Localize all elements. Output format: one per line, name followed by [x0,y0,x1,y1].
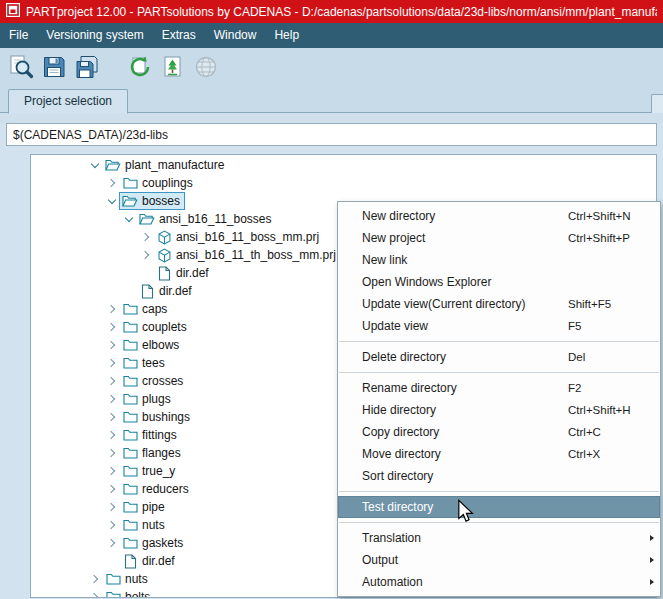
update-tree-button[interactable] [158,52,188,82]
tree-item-body[interactable]: reducers [119,480,194,498]
menu-item-label: New directory [362,209,568,223]
tab-overflow[interactable] [651,94,663,113]
tree-item-label: tees [142,356,165,370]
menu-item-new-project[interactable]: New projectCtrl+Shift+P [338,227,660,249]
menu-item-update-view[interactable]: Update viewF5 [338,315,660,337]
tree-item-body[interactable]: elbows [119,336,184,354]
menubar-item-extras[interactable]: Extras [153,23,205,48]
titlebar: PARTproject 12.00 - PARTsolutions by CAD… [0,0,663,23]
tree-item-body[interactable]: fittings [119,426,182,444]
tree-item-body[interactable]: nuts [102,570,153,588]
menu-item-translation[interactable]: Translation [338,527,660,549]
tree-item-label: caps [142,302,167,316]
chevron-right-icon[interactable] [87,589,102,598]
tree-item-body[interactable]: dir.def [136,282,197,300]
document-icon [155,265,173,281]
chevron-right-icon[interactable] [104,445,119,461]
chevron-right-icon[interactable] [104,517,119,533]
tree-item-body[interactable]: caps [119,300,172,318]
menu-item-new-directory[interactable]: New directoryCtrl+Shift+N [338,205,660,227]
chevron-right-icon[interactable] [104,463,119,479]
toolbar-gap [105,52,125,82]
menu-item-test-directory[interactable]: Test directory [338,496,660,518]
menu-item-shortcut: Shift+F5 [568,298,646,310]
folder-icon [121,427,139,443]
update-project-button[interactable] [125,52,155,82]
tree-item-label: crosses [142,374,183,388]
menu-separator [339,341,659,342]
tree-item-couplings[interactable]: couplings [31,174,656,192]
menu-item-sort-directory[interactable]: Sort directory [338,465,660,487]
web-catalog-button[interactable] [191,52,221,82]
folder-open-icon [121,193,139,209]
folder-icon [121,517,139,533]
tree-item-body[interactable]: plant_manufacture [102,156,229,174]
menu-item-delete-directory[interactable]: Delete directoryDel [338,346,660,368]
tree-item-plant-manufacture[interactable]: plant_manufacture [31,156,656,174]
folder-open-icon [104,157,122,173]
tree-item-body[interactable]: tees [119,354,170,372]
tree-item-label: ansi_b16_11_bosses [159,212,272,226]
tree-item-body[interactable]: bolts [102,588,155,598]
chevron-right-icon[interactable] [104,427,119,443]
tree-item-body[interactable]: bushings [119,408,195,426]
tree-item-body[interactable]: crosses [119,372,188,390]
tree-item-body[interactable]: pipe [119,498,170,516]
tree-item-label: bosses [142,194,180,208]
tree-item-body[interactable]: couplings [119,174,198,192]
chevron-right-icon[interactable] [104,499,119,515]
menu-item-hide-directory[interactable]: Hide directoryCtrl+Shift+H [338,399,660,421]
chevron-right-icon[interactable] [104,301,119,317]
chevron-right-icon[interactable] [104,337,119,353]
folder-open-icon [138,211,156,227]
menu-item-move-directory[interactable]: Move directoryCtrl+X [338,443,660,465]
tree-item-body[interactable]: nuts [119,516,170,534]
menu-item-copy-directory[interactable]: Copy directoryCtrl+C [338,421,660,443]
chevron-right-icon[interactable] [104,319,119,335]
menu-item-update-view-current-directory[interactable]: Update view(Current directory)Shift+F5 [338,293,660,315]
menu-item-label: New link [362,253,568,267]
menu-item-new-link[interactable]: New link [338,249,660,271]
path-input[interactable] [6,123,657,146]
chevron-spacer [104,553,119,569]
tree-item-body[interactable]: dir.def [119,552,180,570]
tree-item-body[interactable]: dir.def [153,264,214,282]
chevron-right-icon[interactable] [138,247,153,263]
tree-item-body[interactable]: couplets [119,318,192,336]
chevron-right-icon[interactable] [104,535,119,551]
tree-item-body[interactable]: bosses [119,192,185,210]
chevron-right-icon[interactable] [104,391,119,407]
chevron-down-icon[interactable] [121,211,136,227]
menubar-item-file[interactable]: File [0,23,37,48]
chevron-right-icon[interactable] [104,373,119,389]
search-button[interactable] [6,52,36,82]
save-all-button[interactable] [72,52,102,82]
tree-item-body[interactable]: ansi_b16_11_th_boss_mm.prj [153,246,341,264]
menu-item-rename-directory[interactable]: Rename directoryF2 [338,377,660,399]
menu-item-output[interactable]: Output [338,549,660,571]
tree-item-body[interactable]: flanges [119,444,186,462]
tree-item-body[interactable]: ansi_b16_11_bosses [136,210,277,228]
menu-item-automation[interactable]: Automation [338,571,660,593]
menubar-item-window[interactable]: Window [205,23,266,48]
menubar-item-versioning-system[interactable]: Versioning system [37,23,152,48]
tree-item-body[interactable]: gaskets [119,534,188,552]
folder-icon [104,589,122,598]
tab-project-selection[interactable]: Project selection [8,89,128,114]
chevron-right-icon[interactable] [138,229,153,245]
chevron-right-icon[interactable] [104,409,119,425]
chevron-right-icon[interactable] [104,175,119,191]
chevron-down-icon[interactable] [87,157,102,173]
chevron-down-icon[interactable] [104,193,119,209]
chevron-right-icon[interactable] [104,355,119,371]
save-button[interactable] [39,52,69,82]
menu-item-open-windows-explorer[interactable]: Open Windows Explorer [338,271,660,293]
chevron-right-icon[interactable] [104,481,119,497]
tree-item-body[interactable]: true_y [119,462,180,480]
tree-item-body[interactable]: ansi_b16_11_boss_mm.prj [153,228,324,246]
chevron-right-icon[interactable] [87,571,102,587]
menu-separator [339,491,659,492]
menubar-item-help[interactable]: Help [265,23,308,48]
tree-item-body[interactable]: plugs [119,390,176,408]
folder-icon [121,463,139,479]
